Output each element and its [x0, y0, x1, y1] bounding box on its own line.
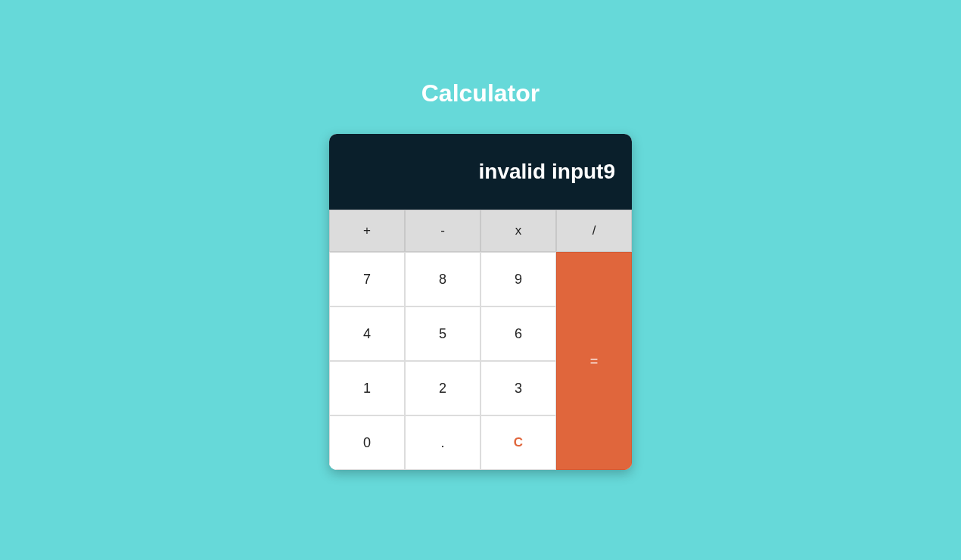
digit-2-button[interactable]: 2	[405, 361, 480, 415]
page-title: Calculator	[421, 79, 540, 107]
equals-button[interactable]: =	[556, 252, 632, 470]
digit-4-button[interactable]: 4	[329, 306, 405, 361]
divide-button[interactable]: /	[556, 210, 632, 252]
number-grid: 7 8 9 4 5 6 1 2 3 0 . C	[329, 252, 556, 470]
calculator-display: invalid input9	[329, 134, 632, 210]
digit-5-button[interactable]: 5	[405, 306, 480, 361]
digit-0-button[interactable]: 0	[329, 415, 405, 470]
digit-9-button[interactable]: 9	[480, 252, 556, 306]
clear-button[interactable]: C	[480, 415, 556, 470]
add-button[interactable]: +	[329, 210, 405, 252]
digit-6-button[interactable]: 6	[480, 306, 556, 361]
calculator-body: invalid input9 + - x / 7 8 9 4 5 6 1 2 3…	[329, 134, 632, 470]
digit-8-button[interactable]: 8	[405, 252, 480, 306]
digit-3-button[interactable]: 3	[480, 361, 556, 415]
digit-7-button[interactable]: 7	[329, 252, 405, 306]
decimal-button[interactable]: .	[405, 415, 480, 470]
digit-1-button[interactable]: 1	[329, 361, 405, 415]
operator-row: + - x /	[329, 210, 632, 252]
multiply-button[interactable]: x	[480, 210, 556, 252]
main-grid: 7 8 9 4 5 6 1 2 3 0 . C =	[329, 252, 632, 470]
subtract-button[interactable]: -	[405, 210, 480, 252]
